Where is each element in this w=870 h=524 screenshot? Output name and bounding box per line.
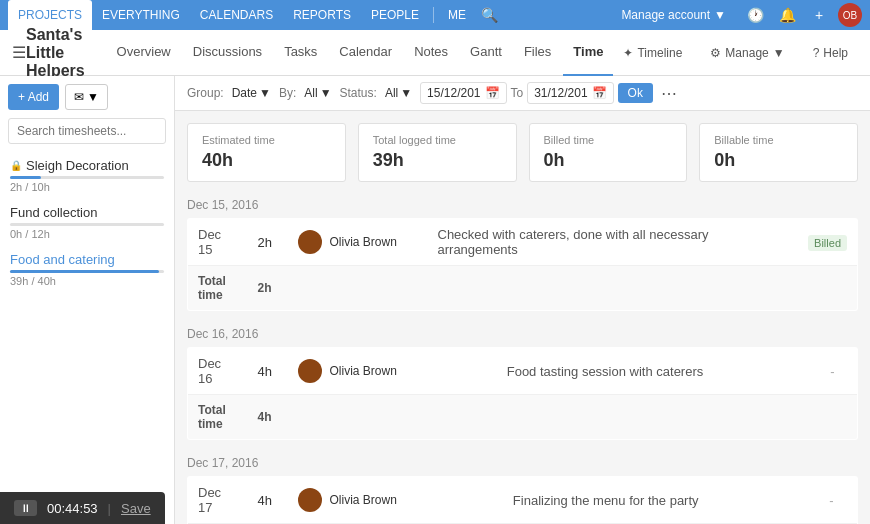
summary-card-value: 0h xyxy=(714,150,843,171)
to-date-input[interactable]: 31/12/201 📅 xyxy=(527,82,613,104)
project-name: Food and catering xyxy=(10,252,164,267)
entry-user: Olivia Brown xyxy=(288,348,497,395)
total-row: Total time 2h xyxy=(188,266,858,311)
time-table: Dec 16 4h Olivia Brown Food tasting sess… xyxy=(187,347,858,440)
table-row: Dec 17 4h Olivia Brown Finalizing the me… xyxy=(188,477,858,524)
nav-people[interactable]: PEOPLE xyxy=(361,0,429,30)
entry-status: Billed xyxy=(798,219,857,266)
entry-date: Dec 16 xyxy=(188,348,248,395)
tab-gantt[interactable]: Gantt xyxy=(460,30,512,76)
to-label: To xyxy=(511,86,524,100)
entry-hours: 4h xyxy=(248,348,288,395)
help-icon: ? xyxy=(813,46,820,60)
progress-bar xyxy=(10,270,159,273)
date-group: Dec 17, 2016 Dec 17 4h Olivia Brown Fina… xyxy=(187,452,858,524)
sidebar-project-item[interactable]: Fund collection 0h / 12h xyxy=(0,199,174,246)
project-time: 39h / 40h xyxy=(10,275,164,287)
calendar-icon: 📅 xyxy=(592,86,607,100)
entry-status: - xyxy=(819,477,857,524)
nav-me[interactable]: ME xyxy=(438,0,476,30)
top-nav-right: Manage account ▼ 🕐 🔔 + OB xyxy=(611,0,862,30)
time-log: Dec 15, 2016 Dec 15 2h Olivia Brown Chec… xyxy=(175,194,870,524)
tab-files[interactable]: Files xyxy=(514,30,561,76)
summary-card: Total logged time 39h xyxy=(358,123,517,182)
total-hours: 2h xyxy=(248,266,288,311)
status-value[interactable]: All ▼ xyxy=(385,86,412,100)
top-navigation: PROJECTS EVERYTHING CALENDARS REPORTS PE… xyxy=(0,0,870,30)
by-value[interactable]: All ▼ xyxy=(304,86,331,100)
chevron-icon: ▼ xyxy=(320,86,332,100)
user-name: Olivia Brown xyxy=(330,364,397,378)
ok-button[interactable]: Ok xyxy=(618,83,653,103)
table-row: Dec 16 4h Olivia Brown Food tasting sess… xyxy=(188,348,858,395)
manage-button[interactable]: ⚙ Manage ▼ xyxy=(700,41,794,65)
timer-pause-button[interactable]: ⏸ xyxy=(14,500,37,516)
chevron-icon: ▼ xyxy=(400,86,412,100)
summary-card-value: 0h xyxy=(544,150,673,171)
content-area: + Add ✉ ▼ 🔒 Sleigh Decoration 2h / 10h F… xyxy=(0,76,870,524)
sidebar-project-item[interactable]: Food and catering 39h / 40h xyxy=(0,246,174,293)
inbox-button[interactable]: ✉ ▼ xyxy=(65,84,108,110)
tab-calendar[interactable]: Calendar xyxy=(329,30,402,76)
total-label: Total time xyxy=(188,266,248,311)
tab-notes[interactable]: Notes xyxy=(404,30,458,76)
project-list: 🔒 Sleigh Decoration 2h / 10h Fund collec… xyxy=(0,152,174,293)
nav-reports[interactable]: REPORTS xyxy=(283,0,361,30)
timer-bar: ⏸ 00:44:53 | Save xyxy=(0,492,165,524)
add-button[interactable]: + Add xyxy=(8,84,59,110)
progress-bar-container xyxy=(10,176,164,179)
entry-status: - xyxy=(820,348,857,395)
group-value[interactable]: Date ▼ xyxy=(232,86,271,100)
progress-bar-container xyxy=(10,270,164,273)
more-options-button[interactable]: ⋯ xyxy=(661,84,677,103)
from-date-input[interactable]: 15/12/201 📅 xyxy=(420,82,506,104)
entry-user: Olivia Brown xyxy=(288,477,503,524)
timeline-button[interactable]: ✦ Timeline xyxy=(613,41,692,65)
total-row: Total time 4h xyxy=(188,395,858,440)
progress-bar xyxy=(10,176,41,179)
user-avatar xyxy=(298,488,322,512)
help-button[interactable]: ? Help xyxy=(803,41,858,65)
entry-description: Food tasting session with caterers xyxy=(497,348,821,395)
tab-tasks[interactable]: Tasks xyxy=(274,30,327,76)
summary-card: Billable time 0h xyxy=(699,123,858,182)
chevron-down-icon: ▼ xyxy=(87,90,99,104)
timer-save-button[interactable]: Save xyxy=(121,501,151,516)
clock-icon[interactable]: 🕐 xyxy=(742,2,768,28)
nav-divider xyxy=(433,7,434,23)
time-table: Dec 15 2h Olivia Brown Checked with cate… xyxy=(187,218,858,311)
entry-date: Dec 15 xyxy=(188,219,248,266)
tab-overview[interactable]: Overview xyxy=(107,30,181,76)
summary-card-label: Estimated time xyxy=(202,134,331,146)
sidebar: + Add ✉ ▼ 🔒 Sleigh Decoration 2h / 10h F… xyxy=(0,76,175,524)
search-icon[interactable]: 🔍 xyxy=(476,2,502,28)
user-avatar[interactable]: OB xyxy=(838,3,862,27)
inbox-icon: ✉ xyxy=(74,90,84,104)
entry-description: Finalizing the menu for the party xyxy=(503,477,819,524)
by-label: By: xyxy=(279,86,296,100)
entry-description: Checked with caterers, done with all nec… xyxy=(428,219,799,266)
second-nav-right: ✦ Timeline ⚙ Manage ▼ ? Help xyxy=(613,41,858,65)
table-row: Dec 15 2h Olivia Brown Checked with cate… xyxy=(188,219,858,266)
hamburger-menu[interactable]: ☰ xyxy=(12,43,26,62)
tab-discussions[interactable]: Discussions xyxy=(183,30,272,76)
project-time: 2h / 10h xyxy=(10,181,164,193)
summary-cards: Estimated time 40h Total logged time 39h… xyxy=(175,111,870,194)
project-time: 0h / 12h xyxy=(10,228,164,240)
nav-everything[interactable]: EVERYTHING xyxy=(92,0,190,30)
manage-account-link[interactable]: Manage account ▼ xyxy=(611,0,736,30)
progress-bar-container xyxy=(10,223,164,226)
status-label: Status: xyxy=(340,86,377,100)
project-name: 🔒 Sleigh Decoration xyxy=(10,158,164,173)
summary-card-value: 40h xyxy=(202,150,331,171)
search-input[interactable] xyxy=(8,118,166,144)
tab-time[interactable]: Time xyxy=(563,30,613,76)
bell-icon[interactable]: 🔔 xyxy=(774,2,800,28)
sidebar-project-item[interactable]: 🔒 Sleigh Decoration 2h / 10h xyxy=(0,152,174,199)
main-content: Group: Date ▼ By: All ▼ Status: All ▼ 15… xyxy=(175,76,870,524)
nav-calendars[interactable]: CALENDARS xyxy=(190,0,283,30)
project-name: Fund collection xyxy=(10,205,164,220)
user-name: Olivia Brown xyxy=(330,493,397,507)
add-person-icon[interactable]: + xyxy=(806,2,832,28)
lock-icon: 🔒 xyxy=(10,160,22,171)
